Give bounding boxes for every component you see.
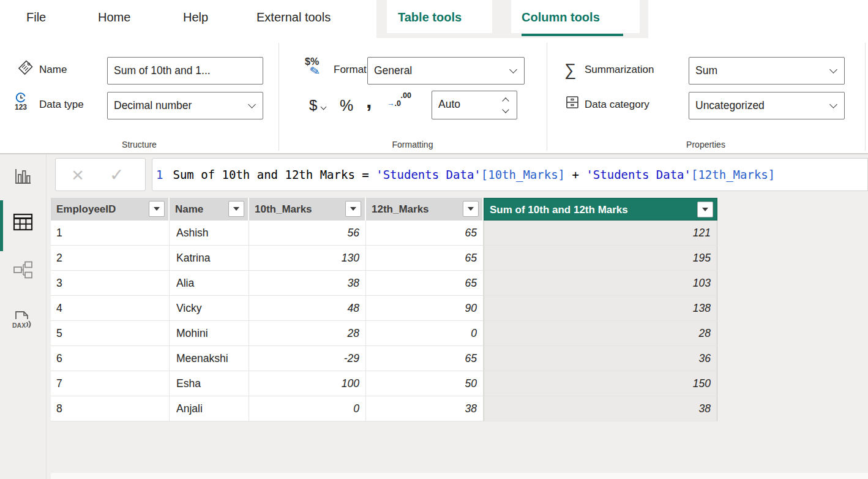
tab-help[interactable]: Help [183, 0, 208, 34]
cell-employeeid[interactable]: 2 [51, 246, 170, 271]
data-category-icon [564, 94, 580, 113]
column-filter-button[interactable] [463, 201, 479, 217]
table-row[interactable]: 4 Vicky 48 90 138 [51, 296, 717, 321]
chevron-down-icon [829, 66, 837, 74]
cell-employeeid[interactable]: 4 [51, 296, 170, 321]
cell-sum[interactable]: 150 [484, 371, 717, 396]
table-row[interactable]: 5 Mohini 28 0 28 [51, 321, 717, 346]
summarization-dropdown[interactable]: Sum [689, 57, 845, 85]
cell-sum[interactable]: 121 [484, 221, 717, 246]
column-filter-button[interactable] [228, 201, 244, 217]
column-filter-button[interactable] [345, 201, 361, 217]
commit-formula-button[interactable]: ✓ [110, 164, 124, 187]
cell-employeeid[interactable]: 6 [51, 346, 170, 371]
decimal-places-spinner[interactable]: Auto [432, 91, 517, 119]
cell-12th-marks[interactable]: 65 [366, 246, 484, 271]
table-row[interactable]: 2 Katrina 130 65 195 [51, 246, 717, 271]
column-filter-button[interactable] [149, 201, 165, 217]
data-view-pane: DAX × ✓ 1Sum of 10th and 12th Marks = 'S… [0, 154, 868, 479]
decimal-bottom-text: .0 [395, 99, 401, 108]
triangle-down-icon [233, 207, 239, 211]
cell-name[interactable]: Vicky [170, 296, 249, 321]
cell-sum[interactable]: 103 [484, 271, 717, 296]
cancel-formula-button[interactable]: × [72, 161, 84, 188]
sidebar-selection-bar [0, 200, 3, 251]
data-category-dropdown[interactable]: Uncategorized [689, 92, 845, 119]
table-row[interactable]: 7 Esha 100 50 150 [51, 371, 717, 396]
decimal-places-button[interactable]: .00 →.0 [387, 92, 415, 119]
column-header-name[interactable]: Name [170, 198, 249, 221]
data-type-label: Data type [39, 99, 84, 111]
cell-sum[interactable]: 138 [484, 296, 717, 321]
cell-sum[interactable]: 195 [484, 246, 717, 271]
table-row[interactable]: 1 Ashish 56 65 121 [51, 221, 717, 246]
cell-10th-marks[interactable]: 48 [249, 296, 366, 321]
cell-10th-marks[interactable]: 28 [249, 321, 366, 346]
column-header-sum-selected[interactable]: Sum of 10th and 12th Marks [484, 198, 717, 221]
cell-10th-marks[interactable]: 130 [249, 246, 366, 271]
cell-10th-marks[interactable]: -29 [249, 346, 366, 371]
cell-12th-marks[interactable]: 50 [366, 371, 484, 396]
cell-employeeid[interactable]: 3 [51, 271, 170, 296]
cell-name[interactable]: Meenakshi [170, 346, 249, 371]
report-view-icon[interactable] [13, 167, 32, 188]
cell-name[interactable]: Katrina [170, 246, 249, 271]
format-dropdown[interactable]: General [367, 57, 525, 85]
tab-home[interactable]: Home [98, 0, 130, 34]
cell-name[interactable]: Ashish [170, 221, 249, 246]
cell-sum[interactable]: 36 [484, 346, 717, 371]
data-grid: 1 Ashish 56 65 121 2 Katrina 130 65 195 … [51, 221, 717, 421]
table-row[interactable]: 3 Alia 38 65 103 [51, 271, 717, 296]
table-row[interactable]: 6 Meenakshi -29 65 36 [51, 346, 717, 371]
column-name-input[interactable] [107, 57, 263, 85]
thousands-separator-button[interactable]: , [366, 87, 372, 114]
cell-employeeid[interactable]: 5 [51, 321, 170, 346]
cell-employeeid[interactable]: 7 [51, 371, 170, 396]
column-header-label: Sum of 10th and 12th Marks [490, 204, 628, 216]
cell-12th-marks[interactable]: 38 [366, 396, 484, 421]
tab-column-tools[interactable]: Column tools [522, 0, 600, 34]
column-header-label: 12th_Marks [372, 203, 429, 215]
cell-10th-marks[interactable]: 38 [249, 271, 366, 296]
cell-12th-marks[interactable]: 65 [366, 346, 484, 371]
table-row[interactable]: 8 Anjali 0 38 38 [51, 396, 717, 421]
model-view-icon[interactable] [13, 260, 33, 282]
data-view-icon[interactable] [12, 211, 34, 235]
cell-12th-marks[interactable]: 0 [366, 321, 484, 346]
cell-12th-marks[interactable]: 65 [366, 271, 484, 296]
tab-table-tools[interactable]: Table tools [398, 0, 462, 34]
tab-file[interactable]: File [26, 0, 46, 34]
powerbi-window: File Home Help External tools Table tool… [0, 0, 868, 479]
cell-name[interactable]: Alia [170, 271, 249, 296]
cell-employeeid[interactable]: 8 [51, 396, 170, 421]
cell-employeeid[interactable]: 1 [51, 221, 170, 246]
chevron-up-icon[interactable] [502, 97, 509, 104]
cell-10th-marks[interactable]: 0 [249, 396, 366, 421]
cell-sum[interactable]: 28 [484, 321, 717, 346]
data-category-label: Data category [585, 99, 649, 111]
column-filter-button[interactable] [697, 202, 713, 217]
currency-format-button[interactable]: $ [309, 92, 326, 119]
cell-sum[interactable]: 38 [484, 396, 717, 421]
data-type-dropdown[interactable]: Decimal number [107, 92, 263, 119]
chevron-down-icon[interactable] [502, 106, 509, 113]
cell-12th-marks[interactable]: 65 [366, 221, 484, 246]
format-label: Format [334, 64, 367, 76]
cell-name[interactable]: Mohini [170, 321, 249, 346]
cell-name[interactable]: Esha [170, 371, 249, 396]
cell-12th-marks[interactable]: 90 [366, 296, 484, 321]
column-header-12th-marks[interactable]: 12th_Marks [366, 198, 484, 221]
percent-format-button[interactable]: % [340, 92, 353, 119]
formula-input[interactable]: 1Sum of 10th and 12th Marks = 'Students … [152, 158, 868, 191]
triangle-down-icon [702, 208, 708, 211]
column-header-10th-marks[interactable]: 10th_Marks [249, 198, 366, 221]
cell-10th-marks[interactable]: 56 [249, 221, 366, 246]
horizontal-scrollbar[interactable] [51, 473, 868, 479]
cell-10th-marks[interactable]: 100 [249, 371, 366, 396]
cell-name[interactable]: Anjali [170, 396, 249, 421]
tab-external-tools[interactable]: External tools [256, 0, 331, 34]
percent-icon: % [340, 97, 353, 115]
dax-query-view-icon[interactable]: DAX [10, 309, 34, 334]
formula-column-ref: [10th_Marks] [481, 168, 565, 181]
column-header-employeeid[interactable]: EmployeeID [51, 198, 170, 221]
